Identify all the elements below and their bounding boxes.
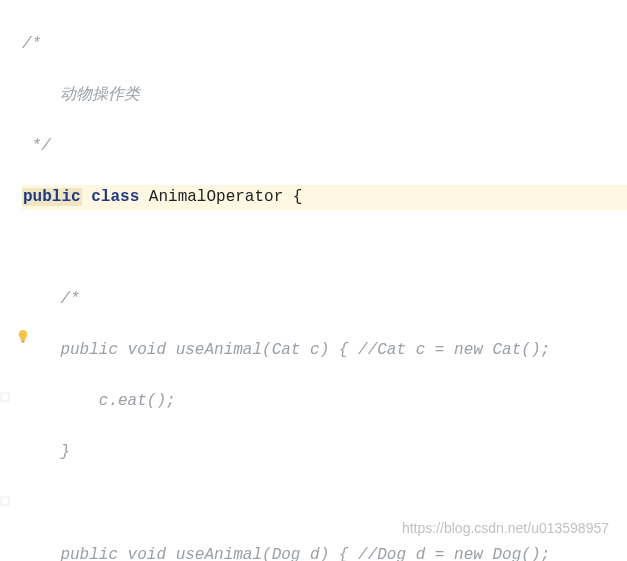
svg-rect-3: [1, 497, 9, 505]
gutter-mark-2: [0, 490, 10, 500]
class-doc: 动物操作类: [60, 86, 140, 104]
comment-open: /*: [22, 35, 41, 53]
block-comment: /*: [22, 290, 80, 308]
keyword-class: class: [91, 188, 139, 206]
commented-code: }: [22, 443, 70, 461]
watermark-text: https://blog.csdn.net/u013598957: [402, 517, 609, 539]
svg-rect-0: [21, 341, 25, 342]
commented-code: public void useAnimal(Cat c) { //Cat c =…: [22, 341, 550, 359]
keyword-public: public: [22, 188, 82, 206]
commented-code: public void useAnimal(Dog d) { //Dog d =…: [22, 546, 550, 561]
code-editor[interactable]: /* 动物操作类 */ public class AnimalOperator …: [0, 0, 627, 561]
comment-close: */: [22, 137, 51, 155]
gutter-mark-1: [0, 386, 10, 396]
svg-rect-1: [22, 342, 25, 343]
editor-gutter: [0, 0, 22, 561]
lightbulb-icon[interactable]: [16, 327, 30, 341]
commented-code: c.eat();: [22, 392, 176, 410]
indent: [22, 86, 60, 104]
svg-rect-2: [1, 393, 9, 401]
class-decl: AnimalOperator {: [139, 188, 302, 206]
